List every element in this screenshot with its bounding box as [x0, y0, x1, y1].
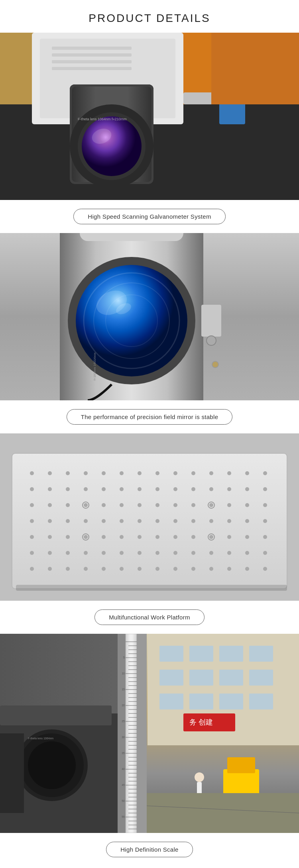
- svg-point-129: [173, 567, 177, 571]
- svg-rect-146: [159, 670, 183, 686]
- svg-point-110: [84, 551, 88, 555]
- svg-point-102: [191, 535, 195, 539]
- svg-point-120: [263, 551, 267, 555]
- svg-point-113: [138, 551, 142, 555]
- svg-point-42: [120, 471, 124, 475]
- svg-text:10: 10: [122, 672, 125, 675]
- svg-rect-148: [219, 670, 243, 686]
- work-platform-label: Multifunctional Work Platform: [94, 609, 205, 625]
- svg-point-109: [66, 551, 70, 555]
- svg-point-93: [30, 535, 34, 539]
- svg-point-107: [30, 551, 34, 555]
- svg-point-53: [66, 487, 70, 491]
- svg-point-62: [227, 487, 231, 491]
- svg-point-46: [191, 471, 195, 475]
- svg-text:40: 40: [122, 768, 125, 770]
- svg-point-45: [173, 471, 177, 475]
- svg-point-65: [30, 503, 34, 507]
- svg-point-55: [102, 487, 106, 491]
- galvanometer-svg: F-theta lens 1064nm f=210mm: [0, 33, 299, 200]
- svg-point-52: [48, 487, 52, 491]
- svg-point-43: [138, 471, 142, 475]
- svg-point-74: [191, 503, 195, 507]
- svg-point-47: [209, 471, 213, 475]
- svg-point-132: [227, 567, 231, 571]
- svg-point-103: [209, 535, 213, 539]
- hd-scale-image: 务 创建: [0, 634, 299, 833]
- svg-point-126: [120, 567, 124, 571]
- svg-text:55: 55: [122, 815, 125, 818]
- svg-rect-6: [52, 53, 132, 57]
- svg-point-82: [84, 519, 88, 523]
- svg-point-77: [245, 503, 249, 507]
- svg-point-71: [138, 503, 142, 507]
- svg-text:15: 15: [122, 688, 125, 691]
- svg-point-23: [76, 265, 187, 376]
- svg-text:F-theta lens 1064nm: F-theta lens 1064nm: [28, 737, 53, 740]
- svg-point-69: [102, 503, 106, 507]
- svg-text:45: 45: [122, 784, 125, 786]
- page-title: PRODUCT DETAILS: [0, 0, 299, 33]
- hd-scale-svg: 务 创建: [0, 634, 299, 833]
- svg-rect-168: [0, 733, 24, 813]
- svg-point-68: [84, 503, 88, 507]
- svg-point-44: [155, 471, 159, 475]
- svg-point-90: [227, 519, 231, 523]
- hd-scale-label: High Definition Scale: [106, 842, 193, 857]
- svg-rect-153: [249, 694, 273, 709]
- svg-point-63: [245, 487, 249, 491]
- svg-point-56: [120, 487, 124, 491]
- field-mirror-svg: f=160mm 16014xxx: [0, 233, 299, 400]
- svg-point-60: [191, 487, 195, 491]
- svg-point-105: [245, 535, 249, 539]
- svg-point-115: [173, 551, 177, 555]
- svg-point-133: [245, 567, 249, 571]
- svg-rect-36: [16, 585, 287, 591]
- svg-point-94: [48, 535, 52, 539]
- galvanometer-image: F-theta lens 1064nm f=210mm: [0, 33, 299, 200]
- svg-point-80: [48, 519, 52, 523]
- svg-text:25: 25: [122, 720, 125, 723]
- svg-point-112: [120, 551, 124, 555]
- field-mirror-image: f=160mm 16014xxx: [0, 233, 299, 400]
- svg-point-87: [173, 519, 177, 523]
- svg-point-78: [263, 503, 267, 507]
- svg-point-70: [120, 503, 124, 507]
- svg-point-98: [120, 535, 124, 539]
- svg-point-32: [212, 361, 218, 368]
- svg-point-51: [30, 487, 34, 491]
- svg-point-41: [102, 471, 106, 475]
- svg-point-84: [120, 519, 124, 523]
- svg-point-130: [191, 567, 195, 571]
- svg-point-31: [207, 336, 216, 345]
- svg-point-117: [209, 551, 213, 555]
- svg-point-64: [263, 487, 267, 491]
- svg-point-99: [138, 535, 142, 539]
- svg-rect-157: [227, 757, 255, 773]
- svg-rect-143: [189, 646, 213, 662]
- svg-text:F-theta lens 1064nm  f=210mm: F-theta lens 1064nm f=210mm: [78, 117, 127, 121]
- svg-point-95: [66, 535, 70, 539]
- svg-rect-7: [52, 60, 132, 63]
- svg-rect-18: [211, 33, 299, 104]
- galvanometer-label: High Speed Scanning Galvanometer System: [73, 209, 225, 224]
- svg-point-111: [102, 551, 106, 555]
- work-platform-image: [0, 433, 299, 601]
- svg-point-158: [195, 772, 204, 782]
- svg-point-118: [227, 551, 231, 555]
- svg-rect-152: [219, 694, 243, 709]
- svg-point-86: [155, 519, 159, 523]
- svg-point-104: [227, 535, 231, 539]
- svg-point-92: [263, 519, 267, 523]
- svg-point-13: [82, 116, 142, 176]
- field-mirror-label: The performance of precision field mirro…: [67, 409, 233, 425]
- svg-point-114: [155, 551, 159, 555]
- svg-point-40: [84, 471, 88, 475]
- section-field-mirror: f=160mm 16014xxx The performance of prec…: [0, 233, 299, 433]
- svg-rect-147: [189, 670, 213, 686]
- section-work-platform: Multifunctional Work Platform: [0, 433, 299, 634]
- svg-text:f=160mm 16014xxx: f=160mm 16014xxx: [93, 353, 96, 380]
- svg-point-49: [245, 471, 249, 475]
- svg-rect-144: [219, 646, 243, 662]
- svg-point-67: [66, 503, 70, 507]
